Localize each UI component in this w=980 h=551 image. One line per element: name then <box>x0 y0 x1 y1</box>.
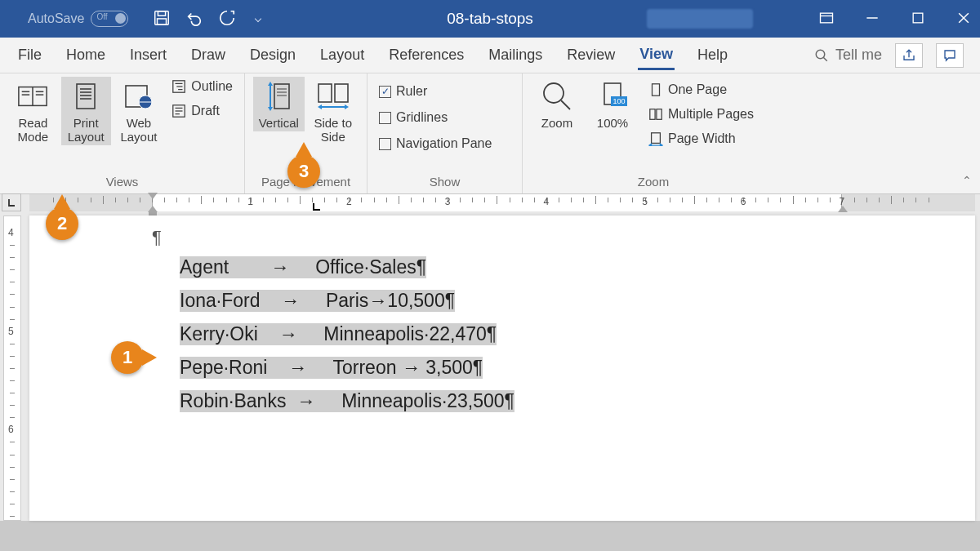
document-line[interactable]: Iona·Ford → Paris→10,500¶ <box>180 290 975 312</box>
quick-access-toolbar <box>153 9 261 29</box>
ribbon-tabs: File Home Insert Draw Design Layout Refe… <box>0 38 980 73</box>
page-width-icon <box>648 131 663 146</box>
svg-rect-48 <box>653 84 660 96</box>
side-icon <box>315 81 351 112</box>
outline-icon <box>172 79 186 94</box>
workspace: 1234567 456 ¶ Agent → Office·Sales¶Iona·… <box>0 194 980 521</box>
vertical-button[interactable]: Vertical <box>253 77 305 131</box>
tab-review[interactable]: Review <box>565 42 617 69</box>
bottom-gap <box>0 521 980 551</box>
tab-help[interactable]: Help <box>696 42 729 69</box>
outline-button[interactable]: Outline <box>168 77 236 96</box>
page-width-button[interactable]: Page Width <box>645 129 757 149</box>
svg-rect-1 <box>158 11 166 16</box>
tell-me-search[interactable]: Tell me <box>814 47 882 64</box>
close-icon[interactable] <box>956 10 972 29</box>
web-layout-icon <box>124 82 154 110</box>
draft-button[interactable]: Draft <box>168 101 236 121</box>
tab-view[interactable]: View <box>638 41 675 70</box>
svg-point-43 <box>544 83 564 103</box>
svg-rect-50 <box>657 109 662 120</box>
checkbox-icon <box>379 138 391 150</box>
callout-2: 2 <box>46 207 78 240</box>
group-show-label: Show <box>376 171 514 193</box>
comments-button[interactable] <box>936 43 964 68</box>
tab-file[interactable]: File <box>16 42 43 69</box>
navpane-checkbox[interactable]: Navigation Pane <box>376 134 495 153</box>
tab-selector[interactable] <box>2 193 21 211</box>
svg-rect-49 <box>650 109 655 120</box>
redo-icon[interactable] <box>218 9 236 29</box>
document-line[interactable]: Agent → Office·Sales¶ <box>180 256 975 278</box>
ruler-checkbox[interactable]: Ruler <box>376 82 430 101</box>
autosave-toggle[interactable]: AutoSave Off <box>28 11 128 27</box>
svg-rect-34 <box>274 84 289 109</box>
tab-home[interactable]: Home <box>65 42 107 69</box>
zoom-100-icon: 100 <box>596 82 629 111</box>
read-mode-icon <box>17 84 48 109</box>
document-page[interactable]: ¶ Agent → Office·Sales¶Iona·Ford → Paris… <box>29 216 975 521</box>
callout-1: 1 <box>111 341 144 374</box>
tab-design[interactable]: Design <box>248 42 297 69</box>
multiple-pages-button[interactable]: Multiple Pages <box>645 104 757 124</box>
svg-marker-32 <box>268 82 273 86</box>
zoom-button[interactable]: Zoom <box>531 77 583 131</box>
svg-marker-53 <box>649 144 652 146</box>
pilcrow-mark: ¶ <box>152 227 975 248</box>
undo-icon[interactable] <box>185 9 203 29</box>
zoom-100-button[interactable]: 100 100% <box>586 77 639 131</box>
vertical-ruler[interactable]: 456 <box>3 216 21 521</box>
tab-draw[interactable]: Draw <box>189 42 227 69</box>
gridlines-checkbox[interactable]: Gridlines <box>376 108 451 127</box>
tab-references[interactable]: References <box>387 42 466 69</box>
print-layout-button[interactable]: Print Layout <box>61 77 111 145</box>
svg-marker-42 <box>345 104 349 109</box>
svg-line-44 <box>561 100 570 109</box>
tab-insert[interactable]: Insert <box>128 42 168 69</box>
group-zoom-label: Zoom <box>531 171 776 193</box>
svg-marker-54 <box>660 144 662 146</box>
share-button[interactable] <box>895 43 923 68</box>
print-layout-icon <box>74 82 98 110</box>
svg-rect-38 <box>318 84 332 102</box>
read-mode-button[interactable]: Read Mode <box>8 77 58 145</box>
left-tab-icon <box>7 198 16 207</box>
checkbox-icon <box>379 112 391 124</box>
tab-mailings[interactable]: Mailings <box>487 42 544 69</box>
svg-rect-39 <box>335 84 348 102</box>
account-name-blurred <box>647 9 753 29</box>
ribbon-display-icon[interactable] <box>818 10 835 29</box>
autosave-pill[interactable]: Off <box>91 11 128 27</box>
group-views-label: Views <box>8 171 236 193</box>
minimize-icon[interactable] <box>864 10 880 29</box>
side-to-side-button[interactable]: Side to Side <box>308 77 359 145</box>
checkbox-checked-icon <box>379 86 391 98</box>
hanging-indent-marker[interactable] <box>148 206 158 212</box>
web-layout-button[interactable]: Web Layout <box>114 77 164 145</box>
right-indent-marker[interactable] <box>838 206 848 212</box>
zoom-icon <box>541 80 573 113</box>
document-line[interactable]: Kerry·Oki → Minneapolis·22,470¶ <box>180 323 975 345</box>
one-page-button[interactable]: One Page <box>645 80 757 100</box>
maximize-icon[interactable] <box>910 10 926 29</box>
multi-pages-icon <box>648 107 663 122</box>
first-line-indent-marker[interactable] <box>148 193 158 199</box>
draft-icon <box>172 104 186 118</box>
document-line[interactable]: Pepe·Roni → Torreon → 3,500¶ <box>180 357 975 379</box>
document-line[interactable]: Robin·Banks → Minneapolis·23,500¶ <box>180 390 975 412</box>
tab-stop-marker[interactable] <box>312 202 321 211</box>
svg-point-8 <box>816 50 825 59</box>
ribbon-body: Read Mode Print Layout Web Layout Outlin… <box>0 73 980 194</box>
svg-rect-51 <box>652 133 661 144</box>
qat-customize-icon[interactable] <box>255 16 261 22</box>
collapse-ribbon-icon[interactable]: ⌃ <box>962 174 972 187</box>
group-zoom: Zoom 100 100% One Page Multiple Pages Pa… <box>523 73 784 193</box>
tab-layout[interactable]: Layout <box>318 42 366 69</box>
save-icon[interactable] <box>153 9 171 29</box>
svg-text:100: 100 <box>612 97 625 105</box>
horizontal-ruler[interactable]: 1234567 <box>29 194 975 211</box>
vertical-icon <box>266 81 291 112</box>
document-title: 08-tab-stops <box>447 10 533 28</box>
group-views: Read Mode Print Layout Web Layout Outlin… <box>0 73 245 193</box>
svg-rect-3 <box>821 13 833 23</box>
